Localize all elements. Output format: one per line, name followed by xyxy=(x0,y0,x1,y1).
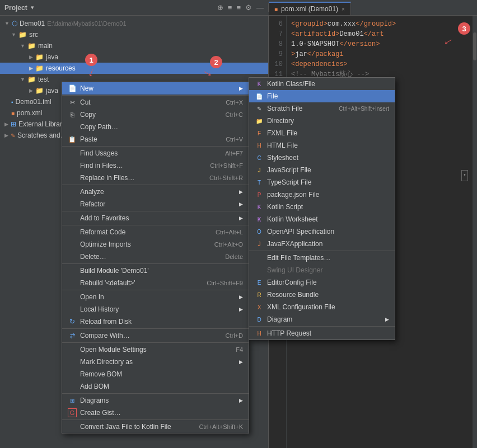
submenu-item-edit-templates[interactable]: Edit File Templates… xyxy=(249,252,395,264)
label: OpenAPI Specification xyxy=(267,228,334,235)
folder-icon: 📁 xyxy=(35,87,44,95)
menu-item-new[interactable]: 📄 New ▶ xyxy=(62,82,249,95)
label: Create Gist… xyxy=(80,409,121,417)
submenu-item-file[interactable]: 📄 File xyxy=(249,90,395,102)
tree-item-main[interactable]: ▼ 📁 main xyxy=(0,40,268,51)
shortcut: Ctrl+Alt+Shift+K xyxy=(199,423,243,430)
menu-item-remove-bom[interactable]: Remove BOM xyxy=(62,368,249,380)
filter-icon[interactable]: ≡ xyxy=(236,3,241,12)
menu-item-module-settings[interactable]: Open Module Settings F4 xyxy=(62,343,249,356)
submenu-item-openapi[interactable]: O OpenAPI Specification xyxy=(249,225,395,238)
submenu-item-kotlin-class[interactable]: K Kotlin Class/File xyxy=(249,78,395,90)
submenu-item-editorconfig[interactable]: E EditorConfig File xyxy=(249,276,395,289)
settings-icon[interactable]: ⚙ xyxy=(245,3,252,12)
label: Resource Bundle xyxy=(267,291,319,299)
submenu-item-directory[interactable]: 📁 Directory xyxy=(249,115,395,127)
library-icon: ⊞ xyxy=(11,120,16,128)
tree-item-label: Demo01 xyxy=(20,20,45,27)
label: HTML File xyxy=(267,142,298,149)
label: test xyxy=(38,76,49,83)
label: Kotlin Worksheet xyxy=(267,215,318,223)
submenu-item-ts[interactable]: T TypeScript File xyxy=(249,176,395,188)
menu-item-reload[interactable]: ↻ Reload from Disk xyxy=(62,315,249,328)
tab-close-icon[interactable]: × xyxy=(342,6,345,12)
menu-item-analyze[interactable]: Analyze ▶ xyxy=(62,186,249,198)
shortcut: Ctrl+D xyxy=(226,332,243,339)
label: Convert Java File to Kotlin File xyxy=(80,423,171,431)
submenu-item-diagram[interactable]: D Diagram ▶ xyxy=(249,313,395,326)
gear-icon[interactable]: ⊕ xyxy=(217,3,223,12)
menu-item-local-history[interactable]: Local History ▶ xyxy=(62,303,249,315)
submenu-item-javafx[interactable]: J JavaFXApplication xyxy=(249,238,395,250)
menu-item-open-in[interactable]: Open In ▶ xyxy=(62,291,249,303)
shortcut: Ctrl+Alt+O xyxy=(214,241,243,248)
submenu-item-fxml[interactable]: F FXML File xyxy=(249,127,395,139)
label: Scratches and… xyxy=(17,131,67,139)
submenu-item-stylesheet[interactable]: C Stylesheet xyxy=(249,152,395,164)
menu-item-reformat[interactable]: Reformat Code Ctrl+Alt+L xyxy=(62,226,249,238)
label: Add to Favorites xyxy=(80,214,129,222)
tree-item-src[interactable]: ▼ 📁 src xyxy=(0,29,268,40)
label: Local History xyxy=(80,305,119,313)
minimize-icon[interactable]: — xyxy=(256,3,264,12)
menu-item-replace-files[interactable]: Replace in Files… Ctrl+Shift+R xyxy=(62,172,249,184)
label: Build Module 'Demo01' xyxy=(80,267,149,275)
menu-item-convert-java[interactable]: Convert Java File to Kotlin File Ctrl+Al… xyxy=(62,421,249,433)
menu-item-rebuild[interactable]: Rebuild '<default>' Ctrl+Shift+F9 xyxy=(62,277,249,289)
menu-item-compare[interactable]: ⇄ Compare With… Ctrl+D xyxy=(62,329,249,342)
menu-item-delete[interactable]: Delete… Delete xyxy=(62,251,249,263)
scrollbar[interactable] xyxy=(473,16,477,448)
label: Paste xyxy=(80,135,97,143)
ts-icon: T xyxy=(255,180,264,186)
submenu-item-kotlin-script[interactable]: K Kotlin Script xyxy=(249,201,395,213)
menu-item-refactor[interactable]: Refactor ▶ xyxy=(62,198,249,210)
menu-item-add-bom[interactable]: Add BOM xyxy=(62,380,249,393)
menu-item-diagrams[interactable]: ⊞ Diagrams ▶ xyxy=(62,394,249,407)
label: Replace in Files… xyxy=(80,174,134,182)
kotlin-icon: K xyxy=(255,81,264,87)
project-dropdown-icon[interactable]: ▾ xyxy=(31,4,34,11)
scrollbar-thumb[interactable] xyxy=(473,32,476,60)
submenu-item-package-json[interactable]: P package.json File xyxy=(249,188,395,201)
list-icon[interactable]: ≡ xyxy=(228,3,232,12)
xml-file-icon: ■ xyxy=(274,6,278,12)
arrow-icon: ▶ xyxy=(239,294,243,300)
tree-item-resources[interactable]: ▶ 📁 resources xyxy=(0,63,268,74)
submenu-item-html[interactable]: H HTML File xyxy=(249,139,395,152)
menu-item-cut[interactable]: ✂ Cut Ctrl+X xyxy=(62,96,249,109)
rb-icon: R xyxy=(255,292,264,298)
menu-item-find-usages[interactable]: Find Usages Alt+F7 xyxy=(62,147,249,159)
menu-item-create-gist[interactable]: G Create Gist… xyxy=(62,407,249,419)
label: Reload from Disk xyxy=(80,318,132,326)
tree-item-java[interactable]: ▶ 📁 java xyxy=(0,51,268,63)
submenu-item-kotlin-worksheet[interactable]: K Kotlin Worksheet xyxy=(249,213,395,225)
submenu-item-http[interactable]: H HTTP Request xyxy=(249,327,395,339)
menu-item-build-module[interactable]: Build Module 'Demo01' xyxy=(62,265,249,277)
badge-2: 2 xyxy=(210,56,222,68)
expand-icon: ▼ xyxy=(20,77,25,82)
menu-item-mark-dir[interactable]: Mark Directory as ▶ xyxy=(62,356,249,368)
paste-icon: 📋 xyxy=(68,136,77,143)
pom-tab[interactable]: ■ pom.xml (Demo01) × xyxy=(269,2,351,15)
label: TypeScript File xyxy=(267,178,311,186)
submenu-item-resource-bundle[interactable]: R Resource Bundle xyxy=(249,289,395,301)
fold-icon[interactable]: • xyxy=(461,170,468,181)
menu-item-copy[interactable]: ⎘ Copy Ctrl+C xyxy=(62,109,249,121)
tree-item-demo01[interactable]: ▼ ⬡ Demo01 E:\daima\Mybatis01\Demo01 xyxy=(0,18,268,29)
submenu-item-js[interactable]: J JavaScript File xyxy=(249,164,395,176)
menu-item-find-files[interactable]: Find in Files… Ctrl+Shift+F xyxy=(62,159,249,172)
submenu-item-scratch[interactable]: ✎ Scratch File Ctrl+Alt+Shift+Insert xyxy=(249,102,395,115)
label: Delete… xyxy=(80,253,106,261)
label: Find Usages xyxy=(80,149,118,157)
reload-icon: ↻ xyxy=(68,318,77,326)
label: Analyze xyxy=(80,188,104,196)
submenu-item-xml-config[interactable]: X XML Configuration File xyxy=(249,301,395,313)
menu-item-optimize[interactable]: Optimize Imports Ctrl+Alt+O xyxy=(62,238,249,251)
label: Diagram xyxy=(267,315,292,323)
gist-icon: G xyxy=(68,408,77,417)
menu-item-copy-path[interactable]: Copy Path… xyxy=(62,121,249,133)
menu-item-favorites[interactable]: Add to Favorites ▶ xyxy=(62,212,249,224)
shortcut: Ctrl+Alt+L xyxy=(216,229,243,235)
menu-item-paste[interactable]: 📋 Paste Ctrl+V xyxy=(62,133,249,145)
openapi-icon: O xyxy=(255,229,264,235)
